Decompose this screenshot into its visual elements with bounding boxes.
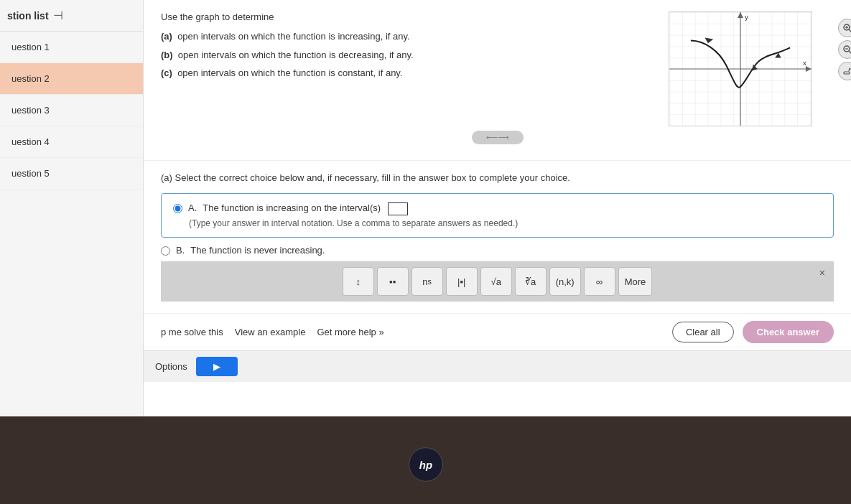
question-title: Use the graph to determine [161, 11, 654, 22]
svg-rect-17 [844, 72, 850, 74]
hp-logo-area: hp [408, 447, 444, 482]
choice-a-text: The function is increasing on the interv… [203, 202, 381, 213]
choice-box-a: A. The function is increasing on the int… [161, 193, 834, 238]
answer-section: (a) Select the correct choice below and,… [144, 161, 851, 313]
sidebar-item-question1[interactable]: uestion 1 [0, 32, 143, 63]
math-btn-infinity[interactable]: ∞ [584, 267, 615, 296]
question-section: Use the graph to determine (a) open inte… [144, 0, 851, 161]
sidebar-item-question4[interactable]: uestion 4 [0, 126, 143, 158]
collapse-icon[interactable]: ⊣ [53, 9, 63, 22]
svg-text:hp: hp [419, 459, 432, 471]
choice-radio-a[interactable] [173, 204, 182, 213]
sidebar-item-question3[interactable]: uestion 3 [0, 95, 143, 126]
options-next-button[interactable]: ▶ [196, 357, 238, 376]
sidebar-item-question2[interactable]: uestion 2 [0, 63, 143, 95]
question-part-c: (c) open intervals on which the function… [161, 66, 654, 80]
choice-a-hint: (Type your answer in interval notation. … [189, 218, 822, 228]
choice-a-label: A. [188, 202, 197, 213]
options-label: Options [155, 361, 187, 372]
view-example-link[interactable]: View an example [235, 327, 306, 337]
math-btn-matrix[interactable]: ▪▪ [377, 267, 409, 296]
math-toolbar: ↕ ▪▪ ns |▪| √a ∛a (n,k) ∞ More × [161, 261, 834, 302]
answer-input-box[interactable] [388, 202, 408, 215]
get-more-help-link[interactable]: Get more help » [317, 327, 383, 337]
math-btn-absolute[interactable]: |▪| [446, 267, 478, 296]
svg-text:y: y [745, 13, 748, 21]
question-part-b: (b) open intervals on which the function… [161, 48, 654, 62]
math-btn-superscript[interactable]: ns [411, 267, 443, 296]
choice-radio-b[interactable] [161, 246, 170, 256]
sidebar-title: stion list [7, 10, 49, 22]
check-answer-button[interactable]: Check answer [743, 321, 834, 343]
math-btn-binomial[interactable]: (n,k) [549, 267, 581, 296]
bottom-bar: p me solve this View an example Get more… [144, 313, 851, 350]
graph-edit-icon[interactable] [838, 62, 851, 80]
answer-prompt: (a) Select the correct choice below and,… [161, 172, 834, 183]
question-text-area: Use the graph to determine (a) open inte… [161, 11, 654, 126]
options-bar: Options ▶ [144, 350, 851, 382]
math-btn-more[interactable]: More [618, 267, 653, 296]
sidebar: stion list ⊣ uestion 1 uestion 2 uestion… [0, 0, 144, 416]
choice-item-b: B. The function is never increasing. [161, 245, 834, 256]
graph-zoom-in-icon[interactable] [838, 19, 851, 37]
divider-row: ⟵⟶ [161, 126, 834, 149]
graph-container-wrapper: y x [669, 11, 834, 126]
bottom-right: Clear all Check answer [672, 321, 834, 343]
toolbar-close-icon[interactable]: × [819, 267, 825, 279]
graph-svg: y x [669, 12, 812, 126]
math-btn-absolute-value[interactable]: ↕ [343, 267, 374, 296]
content-area: Use the graph to determine (a) open inte… [144, 0, 851, 416]
choice-b-text: The function is never increasing. [190, 245, 325, 256]
help-me-link[interactable]: p me solve this [161, 327, 223, 337]
choice-item-a: A. The function is increasing on the int… [173, 202, 822, 215]
math-btn-sqrt[interactable]: √a [480, 267, 512, 296]
math-btn-cbrt[interactable]: ∛a [515, 267, 547, 296]
hp-logo: hp [408, 447, 444, 482]
graph-display: y x [669, 11, 812, 126]
sidebar-header: stion list ⊣ [0, 0, 143, 32]
graph-zoom-out-icon[interactable] [838, 40, 851, 59]
question-part-a: (a) open intervals on which the function… [161, 29, 654, 44]
choice-b-label: B. [176, 245, 185, 256]
clear-all-button[interactable]: Clear all [672, 322, 734, 342]
sidebar-item-question5[interactable]: uestion 5 [0, 158, 143, 190]
divider-arrow: ⟵⟶ [472, 131, 524, 144]
svg-text:x: x [803, 59, 806, 67]
